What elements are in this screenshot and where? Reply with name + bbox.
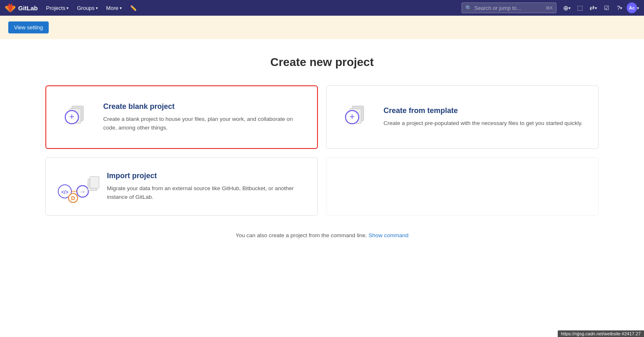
- url-bar: https://njjog.cadn.net/weibsite #2417.27: [558, 330, 644, 337]
- gitlab-logo[interactable]: GitLab: [5, 2, 38, 13]
- search-kbd-icon: ⌘K: [546, 6, 553, 10]
- template-project-description: Create a project pre-populated with the …: [384, 119, 588, 127]
- blank-project-card[interactable]: + Create blank project Create a blank pr…: [45, 85, 318, 149]
- svg-text:+: +: [69, 111, 75, 122]
- search-bar[interactable]: 🔍 ⌘K: [462, 2, 556, 13]
- import-project-card[interactable]: </> D → Import project Migrate your data…: [45, 157, 318, 216]
- blank-project-description: Create a blank project to house your fil…: [103, 115, 307, 132]
- nav-more[interactable]: More ▾: [103, 3, 125, 13]
- avatar-chevron-icon: ▾: [637, 6, 639, 10]
- nav-groups[interactable]: Groups ▾: [73, 3, 101, 13]
- groups-chevron-icon: ▾: [96, 6, 98, 10]
- import-project-icon: </> D →: [56, 170, 97, 203]
- blank-project-icon: +: [56, 99, 93, 136]
- more-chevron-icon: ▾: [120, 6, 122, 10]
- merge-request-icon: ⇄: [590, 4, 595, 12]
- todos-button[interactable]: ☑: [600, 2, 613, 14]
- blank-project-title: Create blank project: [103, 102, 307, 111]
- template-project-title: Create from template: [384, 106, 588, 115]
- snippets-button[interactable]: ⬚: [574, 2, 586, 14]
- search-icon: 🔍: [465, 5, 472, 11]
- search-input[interactable]: [474, 5, 543, 11]
- view-setting-button[interactable]: View setting: [8, 21, 49, 33]
- url-text: https://njjog.cadn.net/weibsite #2417.27: [561, 331, 641, 336]
- svg-text:D: D: [71, 195, 75, 201]
- empty-placeholder-card: [326, 157, 599, 216]
- gitlab-text: GitLab: [18, 5, 38, 12]
- show-command-link[interactable]: Show command: [369, 232, 409, 238]
- footer-text: You can also create a project from the c…: [45, 232, 599, 238]
- gitlab-logo-icon: [5, 2, 16, 13]
- mr-chevron-icon: ▾: [595, 6, 597, 10]
- main-content: Create new project + Create blank projec…: [37, 39, 607, 263]
- avatar-initials: Ac: [629, 5, 635, 10]
- avatar: Ac: [627, 2, 637, 13]
- help-button[interactable]: ? ▾: [613, 2, 626, 14]
- nav-more-label: More: [106, 5, 118, 11]
- help-icon: ?: [617, 5, 620, 11]
- blank-project-content: Create blank project Create a blank proj…: [103, 102, 307, 132]
- template-project-card[interactable]: + Create from template Create a project …: [326, 85, 599, 149]
- projects-chevron-icon: ▾: [66, 6, 69, 10]
- navbar: GitLab Projects ▾ Groups ▾ More ▾ ✏️ 🔍 ⌘…: [0, 0, 644, 16]
- nav-pinned[interactable]: ✏️: [127, 3, 140, 13]
- todo-icon: ☑: [604, 5, 609, 11]
- svg-text:+: +: [350, 111, 355, 122]
- user-menu-button[interactable]: Ac ▾: [627, 2, 639, 14]
- top-cards-grid: + Create blank project Create a blank pr…: [45, 85, 599, 149]
- help-chevron-icon: ▾: [620, 6, 622, 10]
- nav-groups-label: Groups: [77, 5, 95, 11]
- template-project-content: Create from template Create a project pr…: [384, 106, 588, 127]
- plus-circle-icon: ⊕: [563, 4, 568, 12]
- import-project-content: Import project Migrate your data from an…: [107, 172, 308, 201]
- bottom-cards-grid: </> D → Import project Migrate your data…: [45, 157, 599, 216]
- import-project-description: Migrate your data from an external sourc…: [107, 184, 308, 201]
- navbar-action-icons: ⊕ ▾ ⬚ ⇄ ▾ ☑ ? ▾ Ac ▾: [561, 2, 639, 14]
- page-title: Create new project: [45, 56, 599, 69]
- footer-static-text: You can also create a project from the c…: [236, 232, 367, 238]
- merge-requests-button[interactable]: ⇄ ▾: [587, 2, 599, 14]
- new-item-button[interactable]: ⊕ ▾: [561, 2, 573, 14]
- svg-rect-19: [90, 177, 99, 188]
- notification-banner: View setting: [0, 16, 644, 39]
- nav-projects[interactable]: Projects ▾: [43, 3, 72, 13]
- plus-dropdown-chevron: ▾: [568, 6, 571, 10]
- snippets-icon: ⬚: [577, 4, 583, 12]
- svg-text:</>: </>: [61, 189, 68, 195]
- nav-projects-label: Projects: [46, 5, 66, 11]
- svg-text:→: →: [79, 188, 86, 195]
- pin-icon: ✏️: [130, 5, 137, 11]
- import-project-title: Import project: [107, 172, 308, 180]
- template-project-icon: +: [336, 99, 374, 136]
